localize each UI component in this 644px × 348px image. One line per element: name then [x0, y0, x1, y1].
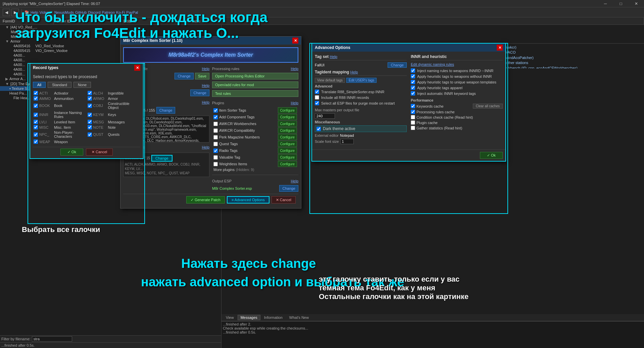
record-acti-checkbox[interactable]: [34, 91, 38, 95]
input-esps-change-btn[interactable]: Change: [156, 107, 176, 114]
back-btn[interactable]: ◀: [3, 9, 10, 16]
tree-item-material-swap[interactable]: Material Swap: [0, 30, 221, 34]
quest-tags-configure-btn[interactable]: Configure: [278, 141, 297, 147]
paypal-label[interactable]: PayPal: [126, 10, 138, 14]
record-note-checkbox[interactable]: [88, 125, 92, 129]
max-masters-input[interactable]: [315, 113, 335, 119]
plugin-add-component-tags-checkbox[interactable]: [213, 115, 218, 119]
keywords-cache-checkbox[interactable]: [411, 104, 415, 108]
record-cancel-btn[interactable]: ✕ Cancel: [86, 149, 113, 156]
m8r-cancel-btn[interactable]: ✕ Cancel: [271, 196, 296, 204]
record-keym-checkbox[interactable]: [88, 113, 92, 117]
include-r88-checkbox[interactable]: [315, 95, 319, 100]
nexusmods-label[interactable]: NexusMods: [54, 10, 74, 14]
whats-new-tab[interactable]: What's New: [286, 315, 312, 320]
m8r-close-btn[interactable]: ✕: [292, 38, 298, 44]
test-rules-btn[interactable]: Test rules: [212, 90, 298, 97]
tree-item-4a[interactable]: ▼[4A] VO_Red_...: [0, 25, 221, 30]
discord-label[interactable]: Discord: [88, 10, 100, 14]
apply-heuristic-apparel-checkbox[interactable]: [411, 85, 415, 90]
view-default-tags-btn[interactable]: View default tags: [315, 78, 345, 83]
record-book-checkbox[interactable]: [34, 104, 38, 108]
weightless-items-configure-btn[interactable]: Configure: [278, 161, 297, 167]
inject-innr-checkbox[interactable]: [411, 91, 415, 96]
advanced-options-btn[interactable]: ≡ Advanced Options: [227, 196, 269, 204]
item-sorter-tags-configure-btn[interactable]: Configure: [278, 107, 297, 113]
view-tab[interactable]: View: [223, 315, 237, 320]
plugin-valuable-tag-checkbox[interactable]: [213, 155, 218, 160]
filter-input[interactable]: [32, 336, 72, 342]
all-btn[interactable]: All: [33, 82, 46, 88]
apply-heuristic-unique-checkbox[interactable]: [411, 80, 415, 84]
output-esp-help[interactable]: Help: [291, 179, 298, 183]
plugin-awkcr-workbenches-checkbox[interactable]: [213, 122, 218, 126]
plugins-help[interactable]: Help: [291, 101, 298, 105]
videos-label[interactable]: Videos: [40, 10, 51, 14]
plugin-perk-magazine-checkbox[interactable]: [213, 135, 218, 139]
open-add-rules-btn[interactable]: Open/add rules for mod: [212, 81, 298, 88]
awkcr-workbenches-configure-btn[interactable]: Configure: [278, 121, 297, 127]
information-tab[interactable]: Information: [261, 315, 286, 320]
record-misc-checkbox[interactable]: [34, 125, 38, 129]
github-label[interactable]: GitHub: [75, 10, 87, 14]
close-btn[interactable]: ✕: [629, 0, 644, 7]
perk-magazine-configure-btn[interactable]: Configure: [278, 134, 297, 140]
settings-save-btn[interactable]: Save: [195, 73, 209, 79]
advanced-ok-btn[interactable]: ✓ Ok: [480, 152, 503, 159]
none-btn[interactable]: None: [73, 82, 91, 88]
standard-btn[interactable]: Standard: [48, 82, 71, 88]
edit-dynamic-link[interactable]: Edit dynamic naming rules: [411, 62, 503, 66]
gather-stats-checkbox[interactable]: [411, 126, 415, 130]
record-ok-btn[interactable]: ✓ Ok: [60, 149, 83, 156]
inject-naming-checkbox[interactable]: [411, 68, 415, 73]
minimize-btn[interactable]: ─: [598, 0, 613, 7]
record-types-change-btn[interactable]: Change: [151, 155, 172, 162]
plugin-awkcr-compatibility-checkbox[interactable]: [213, 128, 218, 133]
advanced-close-btn[interactable]: ✕: [497, 45, 503, 51]
record-mesg-checkbox[interactable]: [88, 120, 92, 124]
input-esps-help[interactable]: Help: [202, 100, 209, 104]
translate-r88-checkbox[interactable]: [315, 90, 319, 94]
maximize-btn[interactable]: □: [613, 0, 629, 7]
record-innr-checkbox[interactable]: [34, 113, 38, 117]
processing-rules-cache-checkbox[interactable]: [411, 110, 415, 114]
radio-tags-configure-btn[interactable]: Configure: [278, 148, 297, 154]
record-ammo-checkbox[interactable]: [34, 96, 38, 101]
record-types-help[interactable]: Help: [202, 145, 209, 149]
record-lvli-checkbox[interactable]: [34, 120, 38, 124]
valuable-tag-configure-btn[interactable]: Configure: [278, 154, 297, 160]
plugin-cache-checkbox[interactable]: [411, 120, 415, 125]
record-types-close-btn[interactable]: ✕: [134, 65, 140, 71]
settings-change-btn[interactable]: Change: [175, 73, 194, 79]
patreon-label[interactable]: Patreon: [102, 10, 115, 14]
messages-tab[interactable]: Messages: [238, 315, 260, 320]
output-esp-change-btn[interactable]: Change: [279, 185, 298, 192]
awkcr-compatibility-configure-btn[interactable]: Configure: [278, 127, 297, 133]
apply-heuristic-weapons-checkbox[interactable]: [411, 74, 415, 78]
record-alch-checkbox[interactable]: [88, 91, 92, 95]
proc-rules-help[interactable]: Help: [291, 67, 298, 71]
mode-help[interactable]: Help: [202, 83, 209, 88]
condition-check-cache-checkbox[interactable]: [411, 115, 415, 119]
plugin-radio-tags-checkbox[interactable]: [213, 149, 218, 153]
scale-input[interactable]: [340, 139, 354, 144]
select-esp-checkbox[interactable]: [315, 101, 319, 105]
open-rules-editor-btn[interactable]: Open Processing Rules Editor: [212, 73, 298, 79]
record-npc-checkbox[interactable]: [34, 132, 38, 137]
settings-profile-help[interactable]: Help: [202, 67, 209, 71]
edit-users-tags-btn[interactable]: Edit USER's tags: [346, 78, 377, 83]
help-link[interactable]: Help: [31, 10, 38, 14]
tag-set-help[interactable]: Help: [330, 55, 337, 59]
record-armo-checkbox[interactable]: [88, 96, 92, 101]
record-cobj-checkbox[interactable]: [88, 104, 92, 108]
tagident-help[interactable]: Help: [350, 70, 358, 74]
tag-set-change-btn[interactable]: Change: [388, 62, 407, 68]
add-component-tags-configure-btn[interactable]: Configure: [278, 114, 297, 120]
record-qust-checkbox[interactable]: [88, 132, 92, 137]
mode-change-btn[interactable]: Change: [190, 90, 209, 96]
plugin-item-sorter-tags-checkbox[interactable]: [213, 108, 218, 113]
forward-btn[interactable]: ▶: [11, 9, 19, 16]
plugin-quest-tags-checkbox[interactable]: [213, 142, 218, 146]
plugin-weightless-items-checkbox[interactable]: [213, 162, 218, 166]
clear-caches-btn[interactable]: Clear all caches: [473, 104, 503, 109]
